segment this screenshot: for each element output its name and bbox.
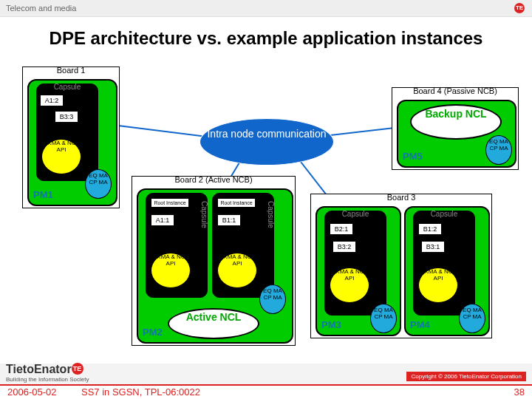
pm5: PM5 Backup NCL EQ MA CP MA [397, 100, 516, 168]
box-exm-pm1: EXMA & NCL API [41, 139, 81, 174]
pm5-label: PM5 [403, 151, 423, 162]
active-ncl-label: Active NCL [186, 311, 242, 323]
box-exm-pm2-2: EXMA & NCL API [217, 253, 257, 288]
footer-date: 2006-05-02 [7, 386, 57, 398]
board-1: Board 1 PM1 Capsule A1:2 B3:3 EXMA & NCL… [22, 66, 120, 208]
pm2-label: PM2 [143, 327, 163, 338]
box-b32: B3:2 [332, 241, 356, 253]
pm2-capsule-2: Capsule Root Instance B1:1 EXMA & NCL AP… [212, 193, 274, 298]
pm1-capsule-label: Capsule [37, 83, 98, 91]
hub-intra-node: Intra node communication [200, 118, 334, 166]
eq-pm5: EQ MA CP MA [485, 135, 512, 165]
breadcrumb-text: Telecom and media [6, 4, 76, 13]
board-2-label: Board 2 (Active NCB) [132, 175, 295, 184]
svg-line-0 [118, 126, 207, 137]
pm4-capsule: Capsule B1:2 B3:1 EXMA & NCL API [413, 211, 475, 316]
footer-docid: SS7 in SGSN, TPL-06:0022 [81, 386, 200, 398]
logo-text: TietoEnator [6, 363, 72, 375]
eq-pm1: EQ MA CP MA [85, 169, 112, 199]
divider [0, 384, 532, 386]
page-title: DPE architecture vs. example application… [0, 28, 532, 49]
box-a12: A1:2 [40, 95, 64, 106]
board-1-label: Board 1 [23, 66, 119, 75]
pm4: PM4 Capsule B1:2 B3:1 EXMA & NCL API EQ … [404, 206, 490, 336]
copyright: Copyright © 2006 TietoEnator Corporation [406, 372, 526, 381]
hub-label: Intra node communication [207, 128, 326, 140]
pm3: PM3 Capsule B2:1 B3:2 EXMA & NCL API EQ … [316, 206, 401, 336]
box-b11: B1:1 [217, 214, 241, 226]
board-3: Board 3 PM3 Capsule B2:1 B3:2 EXMA & NCL… [310, 194, 492, 338]
eq-pm3: EQ MA CP MA [370, 304, 397, 333]
logo: TietoEnatorTE Building the Information S… [6, 363, 89, 383]
pm4-cap-label: Capsule [414, 210, 474, 218]
eq-pm4: EQ MA CP MA [459, 304, 485, 333]
brand-icon: TE [514, 3, 525, 13]
eq-pm2: EQ MA CP MA [259, 284, 286, 314]
page-number: 38 [514, 386, 525, 398]
pm4-label: PM4 [410, 319, 430, 330]
box-b21: B2:1 [330, 223, 353, 235]
pm1-capsule: Capsule A1:2 B3:3 EXMA & NCL API [36, 83, 98, 181]
box-b12: B1:2 [418, 223, 442, 235]
logo-badge-icon: TE [72, 363, 83, 375]
board-4: Board 4 (Passive NCB) PM5 Backup NCL EQ … [392, 87, 519, 170]
box-a11: A1:1 [151, 214, 174, 226]
pm2-capsule-1: Capsule Root Instance A1:1 EXMA & NCL AP… [146, 193, 208, 298]
pm2-cap2-label: Capsule [267, 201, 275, 228]
pm2: PM2 Capsule Root Instance A1:1 EXMA & NC… [137, 188, 293, 344]
board-4-label: Board 4 (Passive NCB) [392, 86, 518, 95]
board-2: Board 2 (Active NCB) PM2 Capsule Root In… [132, 176, 296, 346]
board-3-label: Board 3 [311, 193, 491, 202]
box-exm-pm4: EXMA & NCL API [418, 267, 458, 303]
pm2-cap2-root: Root Instance [217, 198, 256, 208]
active-ncl: Active NCL [168, 308, 259, 339]
pm3-label: PM3 [321, 319, 341, 330]
pm1: PM1 Capsule A1:2 B3:3 EXMA & NCL API EQ … [27, 79, 117, 206]
box-exm-pm2-1: EXMA & NCL API [151, 253, 191, 288]
box-b31: B3:1 [421, 241, 445, 253]
backup-ncl: Backup NCL [410, 104, 502, 140]
pm1-label: PM1 [33, 189, 53, 200]
pm2-cap1-label: Capsule [200, 201, 208, 228]
pm3-capsule: Capsule B2:1 B3:2 EXMA & NCL API [324, 211, 386, 316]
breadcrumb: Telecom and media TE [0, 0, 532, 17]
box-exm-pm3: EXMA & NCL API [330, 267, 369, 303]
logo-sub: Building the Information Society [6, 376, 89, 383]
pm3-cap-label: Capsule [325, 210, 386, 218]
pm2-cap1-root: Root Instance [151, 198, 189, 208]
box-b33: B3:3 [55, 111, 78, 123]
backup-ncl-label: Backup NCL [425, 108, 486, 120]
